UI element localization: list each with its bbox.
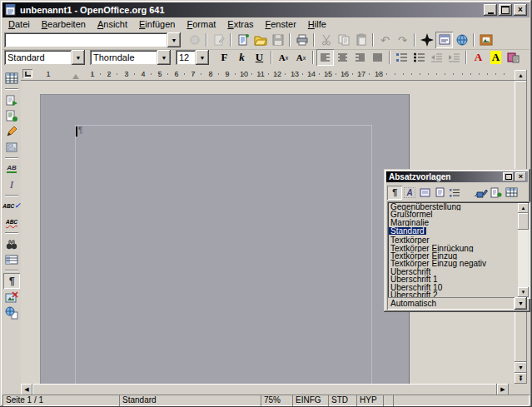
horizontal-scrollbar[interactable]: ◀ ▶ — [21, 384, 515, 395]
url-dropdown-button[interactable]: ▼ — [167, 32, 181, 47]
style-list-item[interactable]: Überschrift 2 — [389, 291, 518, 297]
new-style-from-selection-button[interactable] — [489, 186, 504, 200]
stylist-button[interactable] — [435, 32, 453, 48]
style-filter-combobox[interactable]: Automatisch ▼ — [387, 297, 527, 310]
increase-indent-button[interactable] — [445, 49, 463, 66]
fill-format-mode-button[interactable] — [474, 186, 489, 200]
style-list-scrollbar[interactable]: ▲ ▼ — [518, 203, 529, 297]
style-list-item[interactable]: Textkörper Einzug — [389, 252, 518, 260]
stylist-title-bar[interactable]: Absatzvorlagen × — [386, 171, 528, 182]
style-list-item[interactable]: Marginalie — [389, 219, 518, 226]
draw-functions-button[interactable] — [3, 123, 20, 139]
paragraph-style-value[interactable]: Standard — [4, 50, 72, 65]
new-document-button[interactable] — [234, 32, 251, 48]
scroll-right-button[interactable]: ▶ — [497, 384, 509, 395]
bold-button[interactable]: F — [216, 49, 233, 66]
paragraph-style-combobox[interactable]: Standard ▼ — [4, 50, 85, 65]
title-bar[interactable]: unbenannt1 - OpenOffice.org 641 × — [2, 2, 530, 17]
style-filter-dropdown-button[interactable]: ▼ — [515, 297, 527, 310]
style-list-item[interactable]: Textkörper — [389, 236, 518, 244]
stylist-panel[interactable]: Absatzvorlagen × ¶ A Gegenüberstellung G… — [384, 169, 530, 312]
save-document-button[interactable] — [269, 32, 286, 48]
superscript-button[interactable]: Ax — [275, 49, 292, 66]
align-right-button[interactable] — [351, 49, 369, 66]
frame-styles-tab[interactable] — [417, 186, 432, 200]
data-sources-button[interactable] — [3, 251, 20, 267]
direct-cursor-button[interactable]: I — [3, 176, 20, 192]
form-functions-button[interactable] — [3, 139, 20, 155]
style-list-item[interactable]: Überschrift 1 — [389, 275, 518, 283]
numbering-styles-tab[interactable] — [447, 186, 462, 200]
indent-marker[interactable] — [72, 74, 79, 79]
menu-bearbeiten[interactable]: Bearbeiten — [36, 18, 92, 30]
url-value[interactable] — [4, 32, 167, 47]
find-button[interactable] — [3, 236, 20, 251]
subscript-button[interactable]: Ax — [292, 49, 310, 66]
tab-type-selector[interactable] — [22, 69, 32, 78]
document-page[interactable]: ¶ — [40, 94, 410, 384]
italic-button[interactable]: k — [233, 49, 251, 66]
align-justify-button[interactable] — [369, 49, 386, 66]
hyperlink-button[interactable] — [453, 32, 470, 48]
scroll-left-button[interactable]: ◀ — [21, 384, 32, 395]
underline-button[interactable]: U — [251, 49, 268, 66]
list-scroll-up-button[interactable]: ▲ — [518, 203, 529, 213]
gallery-button[interactable] — [477, 32, 495, 48]
spellcheck-button[interactable]: ABC✓ — [3, 198, 20, 214]
status-page-style[interactable]: Standard — [119, 395, 261, 406]
paragraph-style-dropdown-button[interactable]: ▼ — [72, 50, 85, 65]
style-list-item[interactable]: Textkörper Einzug negativ — [389, 260, 518, 267]
insert-table-button[interactable] — [3, 70, 20, 86]
font-name-combobox[interactable]: Thorndale ▼ — [90, 50, 171, 65]
update-style-button[interactable] — [504, 186, 519, 200]
print-button[interactable] — [293, 32, 311, 48]
font-color-button[interactable]: A — [470, 49, 487, 66]
character-styles-tab[interactable]: A — [402, 186, 417, 200]
copy-button[interactable] — [335, 32, 352, 48]
redo-button[interactable]: ↷ — [394, 32, 411, 48]
status-hyperlink-mode[interactable]: HYP — [356, 395, 385, 406]
next-page-button[interactable]: ▼▼ — [515, 373, 527, 384]
style-list-item[interactable]: Textkörper Einrückung — [389, 245, 518, 252]
url-combobox[interactable]: ▼ — [4, 32, 181, 47]
style-filter-value[interactable]: Automatisch — [387, 297, 515, 310]
edit-file-button[interactable] — [210, 32, 227, 48]
online-layout-button[interactable] — [3, 305, 20, 320]
highlight-button[interactable]: A — [487, 49, 505, 66]
font-size-dropdown-button[interactable]: ▼ — [196, 50, 209, 65]
font-size-combobox[interactable]: 12 ▼ — [176, 50, 209, 65]
open-document-button[interactable] — [251, 32, 269, 48]
undo-button[interactable]: ↶ — [376, 32, 394, 48]
page-styles-tab[interactable] — [432, 186, 447, 200]
align-center-button[interactable] — [334, 49, 351, 66]
background-color-button[interactable] — [505, 49, 522, 66]
menu-ansicht[interactable]: Ansicht — [92, 18, 133, 30]
menu-hilfe[interactable]: Hilfe — [302, 18, 332, 30]
insert-fields-button[interactable] — [3, 107, 20, 123]
numbered-list-button[interactable] — [393, 49, 410, 66]
scroll-up-button[interactable]: ▲ — [515, 70, 527, 81]
paragraph-styles-tab[interactable]: ¶ — [387, 186, 402, 200]
menu-format[interactable]: Format — [181, 18, 221, 30]
stylist-close-button[interactable]: × — [515, 172, 526, 181]
list-scroll-thumb[interactable] — [518, 213, 529, 230]
style-list-item-selected[interactable]: Standard — [389, 227, 426, 235]
status-selection-mode[interactable]: STD — [328, 395, 358, 406]
decrease-indent-button[interactable] — [428, 49, 445, 66]
paste-button[interactable] — [352, 32, 370, 48]
font-name-dropdown-button[interactable]: ▼ — [157, 50, 171, 65]
horizontal-ruler[interactable]: 1 1 2 3 4 5 6 7 8 9 10 11 12 13 14 15 16… — [21, 68, 515, 81]
horizontal-scroll-thumb[interactable] — [32, 384, 497, 395]
menu-datei[interactable]: Datei — [2, 18, 36, 30]
insert-object-button[interactable] — [3, 92, 20, 107]
maximize-button[interactable] — [499, 4, 512, 16]
auto-spellcheck-button[interactable]: ABC — [3, 214, 20, 230]
status-zoom[interactable]: 75% — [261, 395, 294, 406]
font-name-value[interactable]: Thorndale — [90, 50, 157, 65]
status-insert-mode[interactable]: EINFG — [292, 395, 330, 406]
bullet-list-button[interactable] — [410, 49, 428, 66]
style-list-item[interactable]: Überschrift — [389, 268, 518, 275]
nonprinting-characters-button[interactable]: ¶ — [3, 273, 20, 289]
graphics-onoff-button[interactable] — [3, 289, 20, 305]
cut-button[interactable] — [317, 32, 335, 48]
